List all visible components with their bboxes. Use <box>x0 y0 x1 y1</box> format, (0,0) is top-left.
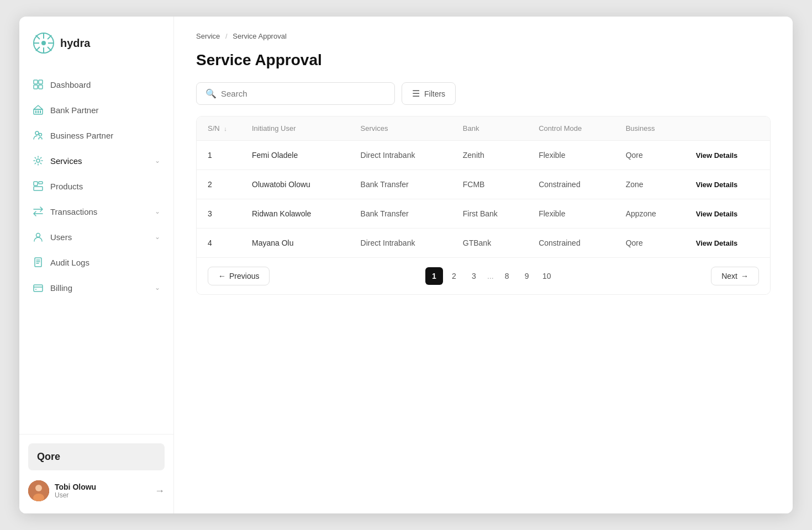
view-details-button[interactable]: View Details <box>696 239 738 247</box>
cell-control-mode: Flexible <box>528 141 614 170</box>
svg-point-29 <box>35 485 42 491</box>
dashboard-icon <box>33 79 44 90</box>
cell-services: Direct Intrabank <box>350 141 452 170</box>
cell-control-mode: Constrained <box>528 229 614 258</box>
sidebar-item-label: Services <box>50 156 82 166</box>
page-number-1[interactable]: 1 <box>425 267 443 285</box>
sidebar-item-audit-logs[interactable]: Audit Logs <box>19 250 173 275</box>
svg-point-20 <box>36 159 40 162</box>
page-number-8[interactable]: 8 <box>498 267 516 285</box>
chevron-down-icon: ⌄ <box>155 284 160 292</box>
next-arrow-icon: → <box>741 272 748 280</box>
col-business: Business <box>615 116 685 141</box>
cell-initiating-user: Ridwan Kolawole <box>241 199 350 229</box>
prev-label: Previous <box>229 272 259 280</box>
chevron-down-icon: ⌄ <box>155 233 160 241</box>
search-box[interactable]: 🔍 <box>196 82 395 105</box>
page-title: Service Approval <box>196 51 771 69</box>
cell-sn: 2 <box>197 170 241 199</box>
sidebar-item-label: Dashboard <box>50 80 91 89</box>
view-details-button[interactable]: View Details <box>696 210 738 218</box>
sidebar-item-label: Billing <box>50 283 72 293</box>
prev-button[interactable]: ← Previous <box>208 267 270 285</box>
audit-icon <box>33 257 44 268</box>
svg-line-7 <box>48 47 51 51</box>
cell-sn: 3 <box>197 199 241 229</box>
svg-point-27 <box>35 289 36 290</box>
page-number-10[interactable]: 10 <box>538 267 556 285</box>
products-icon <box>33 181 44 192</box>
table-row: 2 Oluwatobi Olowu Bank Transfer FCMB Con… <box>197 170 770 199</box>
services-icon <box>33 155 44 166</box>
page-number-3[interactable]: 3 <box>465 267 483 285</box>
page-number-9[interactable]: 9 <box>518 267 536 285</box>
bank-icon <box>33 104 44 115</box>
sidebar-item-services[interactable]: Services ⌄ <box>19 148 173 173</box>
cell-sn: 4 <box>197 229 241 258</box>
filter-label: Filters <box>424 89 445 98</box>
sidebar-item-billing[interactable]: Billing ⌄ <box>19 275 173 300</box>
svg-rect-12 <box>34 85 38 89</box>
main-content: Service / Service Approval Service Appro… <box>174 17 793 513</box>
sidebar-item-transactions[interactable]: Transactions ⌄ <box>19 199 173 224</box>
user-role: User <box>55 491 149 499</box>
search-icon: 🔍 <box>205 88 217 99</box>
cell-action: View Details <box>685 170 770 199</box>
table-header-row: S/N ↓ Initiating User Services Bank Cont… <box>197 116 770 141</box>
cell-services: Bank Transfer <box>350 199 452 229</box>
data-table: S/N ↓ Initiating User Services Bank Cont… <box>196 116 771 295</box>
sidebar-nav: Dashboard Bank Partner Business Partner <box>19 67 173 434</box>
sidebar-item-users[interactable]: Users ⌄ <box>19 224 173 250</box>
pagination: ← Previous 123...8910 Next → <box>197 257 770 294</box>
cell-business: Appzone <box>615 199 685 229</box>
cell-initiating-user: Femi Oladele <box>241 141 350 170</box>
sidebar-item-label: Audit Logs <box>50 258 89 267</box>
user-row: Tobi Olowu User → <box>28 477 165 505</box>
sidebar-item-business-partner[interactable]: Business Partner <box>19 123 173 148</box>
cell-services: Bank Transfer <box>350 170 452 199</box>
svg-point-18 <box>35 131 39 135</box>
view-details-button[interactable]: View Details <box>696 151 738 160</box>
workspace-name: Qore <box>28 443 165 470</box>
sidebar: hydra Dashboard Bank Partner <box>19 17 174 513</box>
svg-point-1 <box>41 41 46 45</box>
sidebar-item-dashboard[interactable]: Dashboard <box>19 72 173 97</box>
view-details-button[interactable]: View Details <box>696 181 738 189</box>
sidebar-item-products[interactable]: Products <box>19 173 173 199</box>
cell-business: Zone <box>615 170 685 199</box>
cell-business: Qore <box>615 141 685 170</box>
filter-button[interactable]: ☰ Filters <box>402 82 456 105</box>
col-sn: S/N ↓ <box>197 116 241 141</box>
logo: hydra <box>19 17 173 67</box>
cell-services: Direct Intrabank <box>350 229 452 258</box>
col-control-mode: Control Mode <box>528 116 614 141</box>
cell-action: View Details <box>685 229 770 258</box>
cell-control-mode: Flexible <box>528 199 614 229</box>
breadcrumb-current: Service Approval <box>233 32 287 40</box>
sort-icon: ↓ <box>224 125 227 132</box>
svg-rect-10 <box>34 80 38 84</box>
cell-action: View Details <box>685 141 770 170</box>
transactions-icon <box>33 206 44 217</box>
cell-initiating-user: Mayana Olu <box>241 229 350 258</box>
svg-rect-17 <box>40 110 41 113</box>
next-button[interactable]: Next → <box>711 267 759 285</box>
svg-rect-16 <box>38 110 39 113</box>
page-number-2[interactable]: 2 <box>445 267 463 285</box>
cell-bank: Zenith <box>452 141 528 170</box>
svg-rect-15 <box>35 110 36 113</box>
page-ellipsis: ... <box>485 272 496 280</box>
sidebar-item-bank-partner[interactable]: Bank Partner <box>19 97 173 123</box>
svg-rect-22 <box>39 182 43 184</box>
table: S/N ↓ Initiating User Services Bank Cont… <box>197 116 770 257</box>
table-row: 4 Mayana Olu Direct Intrabank GTBank Con… <box>197 229 770 258</box>
logout-icon[interactable]: → <box>155 485 165 497</box>
sidebar-item-label: Transactions <box>50 207 97 216</box>
sidebar-item-label: Products <box>50 182 83 191</box>
users-icon <box>33 231 44 242</box>
cell-initiating-user: Oluwatobi Olowu <box>241 170 350 199</box>
search-input[interactable] <box>221 89 386 98</box>
svg-rect-23 <box>34 187 43 190</box>
chevron-down-icon: ⌄ <box>155 208 160 215</box>
logo-icon <box>33 32 55 54</box>
